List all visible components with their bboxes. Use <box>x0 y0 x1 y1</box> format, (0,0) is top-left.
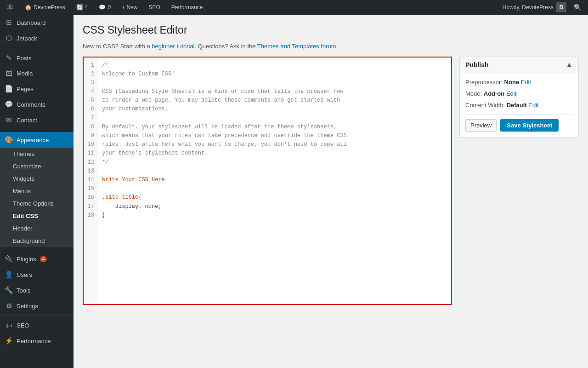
admin-bar: ⚛ 🏠 DevotePress 🔄 4 💬 0 + New SEO Perfor… <box>0 0 588 15</box>
content-width-value: Default <box>507 102 527 109</box>
line-number: 8 <box>84 123 98 132</box>
sidebar-item-background[interactable]: Background <box>0 235 74 247</box>
content-width-edit-link[interactable]: Edit <box>528 102 538 109</box>
preview-button[interactable]: Preview <box>465 119 497 132</box>
line-number: 3 <box>84 79 98 87</box>
code-line: your customizations. <box>102 105 447 114</box>
save-stylesheet-button[interactable]: Save Stylesheet <box>500 119 559 132</box>
performance-label: Performance <box>171 4 203 11</box>
customize-label: Customize <box>13 163 41 170</box>
sidebar-item-posts[interactable]: ✎ Posts <box>0 50 74 66</box>
sidebar-item-settings[interactable]: ⚙ Settings <box>0 298 74 314</box>
wp-logo-icon: ⚛ <box>6 2 14 12</box>
seo-label: SEO <box>17 322 29 329</box>
new-content-label: + New <box>122 4 137 11</box>
code-line: Write Your CSS Here <box>102 176 447 184</box>
line-number: 12 <box>84 158 98 167</box>
code-line: .site-title{ <box>102 193 447 202</box>
line-number: 7 <box>84 114 98 123</box>
dashboard-icon: ⊞ <box>5 18 13 27</box>
seo-button[interactable]: SEO <box>146 0 163 15</box>
comments-button[interactable]: 💬 0 <box>96 0 113 15</box>
search-button[interactable]: 🔍 <box>571 0 584 15</box>
plugins-label: Plugins <box>17 256 36 263</box>
comments-icon: 💬 <box>5 100 13 109</box>
sidebar-item-customize[interactable]: Customize <box>0 160 74 172</box>
forum-link[interactable]: Themes and Templates forum <box>257 43 336 50</box>
line-number: 6 <box>84 105 98 114</box>
user-info[interactable]: Howdy, DevotePress D <box>503 2 566 12</box>
line-number: 2 <box>84 70 98 79</box>
preprocessor-row: Preprocessor: None Edit <box>465 79 573 86</box>
sidebar-item-seo[interactable]: 🏷 SEO <box>0 318 74 333</box>
comments-count: 0 <box>107 4 111 11</box>
sidebar-item-contact[interactable]: ✉ Contact <box>0 112 74 128</box>
line-number: 10 <box>84 140 98 149</box>
preprocessor-edit-link[interactable]: Edit <box>521 79 531 86</box>
mode-edit-link[interactable]: Edit <box>506 90 516 97</box>
sidebar-item-users[interactable]: 👤 Users <box>0 267 74 282</box>
performance-label: Performance <box>17 338 51 345</box>
settings-label: Settings <box>17 303 38 310</box>
updates-icon: 🔄 <box>76 4 83 11</box>
appearance-submenu: Themes Customize Widgets Menus Theme Opt… <box>0 148 74 247</box>
tools-label: Tools <box>17 287 30 294</box>
posts-label: Posts <box>17 55 32 62</box>
publish-collapse-button[interactable]: ▲ <box>565 61 573 69</box>
line-number: 5 <box>84 96 98 105</box>
mode-value: Add-on <box>484 90 504 97</box>
code-line: display: none; <box>102 202 447 211</box>
sidebar-item-edit-css[interactable]: Edit CSS <box>0 210 74 222</box>
site-name-label: DevotePress <box>34 4 65 11</box>
sidebar-item-jetpack[interactable]: ⬡ Jetpack <box>0 30 74 46</box>
line-number: 16 <box>84 193 98 202</box>
home-icon: 🏠 <box>25 4 32 11</box>
line-numbers: 123456789101112131415161718 <box>84 58 98 304</box>
content-width-label: Content Width: <box>465 102 505 109</box>
main-content: CSS Stylesheet Editor New to CSS? Start … <box>74 15 588 368</box>
code-line: By default, your stylesheet will be load… <box>102 123 447 132</box>
intro-text-end: . <box>336 43 338 50</box>
sidebar-item-header[interactable]: Header <box>0 222 74 235</box>
preprocessor-value: None <box>504 79 520 86</box>
themes-label: Themes <box>13 150 34 157</box>
performance-button[interactable]: Performance <box>169 0 206 15</box>
media-icon: 🖼 <box>5 69 13 77</box>
wp-logo-button[interactable]: ⚛ <box>4 0 17 15</box>
sidebar-item-dashboard[interactable]: ⊞ Dashboard <box>0 15 74 30</box>
code-line: */ <box>102 158 447 167</box>
sidebar-item-comments[interactable]: 💬 Comments <box>0 97 74 112</box>
css-editor[interactable]: 123456789101112131415161718 /*Welcome to… <box>83 57 452 305</box>
sidebar-item-theme-options[interactable]: Theme Options <box>0 197 74 210</box>
sidebar-item-media[interactable]: 🖼 Media <box>0 66 74 81</box>
mode-label: Mode: <box>465 90 482 97</box>
sidebar-item-appearance[interactable]: 🎨 Appearance <box>0 132 74 148</box>
code-line <box>102 167 447 176</box>
contact-label: Contact <box>17 117 37 124</box>
sidebar-item-menus[interactable]: Menus <box>0 185 74 197</box>
site-name-button[interactable]: 🏠 DevotePress <box>22 0 68 15</box>
sidebar-item-performance[interactable]: ⚡ Performance <box>0 333 74 349</box>
pages-label: Pages <box>17 86 34 92</box>
code-line: Welcome to Custom CSS! <box>102 70 447 79</box>
code-content[interactable]: /*Welcome to Custom CSS!CSS (Cascading S… <box>98 58 451 304</box>
beginner-tutorial-link[interactable]: beginner tutorial <box>152 43 194 50</box>
updates-button[interactable]: 🔄 4 <box>74 0 91 15</box>
sidebar-item-themes[interactable]: Themes <box>0 148 74 160</box>
appearance-icon: 🎨 <box>5 136 13 144</box>
line-number: 13 <box>84 167 98 176</box>
dashboard-label: Dashboard <box>17 19 46 26</box>
media-label: Media <box>17 70 33 77</box>
line-number: 9 <box>84 132 98 140</box>
widgets-label: Widgets <box>13 175 34 182</box>
intro-text-mid: . Questions? Ask in the <box>195 43 257 50</box>
performance-icon: ⚡ <box>5 337 13 345</box>
sidebar-item-plugins[interactable]: 🔌 Plugins 4 <box>0 251 74 267</box>
sidebar-item-tools[interactable]: 🔧 Tools <box>0 282 74 298</box>
sidebar-item-pages[interactable]: 📄 Pages <box>0 81 74 97</box>
sidebar: ⊞ Dashboard ⬡ Jetpack ✎ Posts 🖼 Media 📄 … <box>0 15 74 368</box>
sidebar-item-widgets[interactable]: Widgets <box>0 172 74 185</box>
line-number: 11 <box>84 149 98 158</box>
new-content-button[interactable]: + New <box>119 0 140 15</box>
code-line: which means that your rules can take pre… <box>102 132 447 140</box>
